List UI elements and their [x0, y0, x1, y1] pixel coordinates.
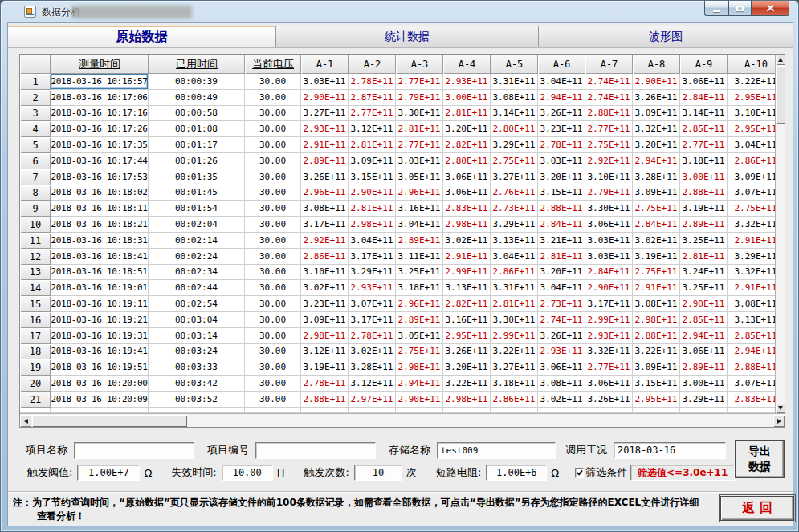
cell-a8[interactable]: 2.91E+11 [633, 280, 680, 296]
cell-a6[interactable]: 3.20E+11 [538, 169, 585, 185]
cell-a4[interactable]: 2.99E+11 [443, 265, 491, 281]
scroll-right-button[interactable] [773, 415, 785, 427]
cell-a4[interactable]: 3.00E+11 [443, 90, 491, 106]
horizontal-scrollbar[interactable] [20, 413, 785, 427]
row-number[interactable]: 12 [20, 249, 51, 265]
cell-a4[interactable]: 2.91E+11 [443, 249, 491, 265]
project-name-input[interactable] [74, 442, 194, 459]
cell-a4[interactable]: 2.98E+11 [443, 392, 491, 408]
cell-voltage[interactable]: 30.00 [245, 74, 301, 90]
cell-a1[interactable]: 3.19E+11 [301, 359, 349, 376]
cell-a1[interactable]: 3.26E+11 [301, 169, 349, 185]
cell-time[interactable]: 2018-03-16 10:19:51 [51, 359, 149, 376]
cell-a8[interactable]: 3.28E+11 [633, 169, 680, 185]
scroll-down-button[interactable] [776, 403, 785, 413]
cell-a1[interactable]: 3.02E+11 [301, 280, 349, 296]
cell-a8[interactable]: 3.20E+11 [633, 137, 680, 153]
cell-a9[interactable]: 2.77E+11 [680, 137, 728, 153]
row-number[interactable]: 13 [20, 265, 51, 281]
cell-a5[interactable]: 3.29E+11 [491, 217, 538, 233]
cell-time[interactable]: 2018-03-16 10:17:06 [51, 90, 149, 106]
cell-a2[interactable]: 2.98E+11 [349, 217, 396, 233]
export-data-button[interactable]: 导出 数据 [735, 440, 785, 478]
cell-time[interactable]: 2018-03-16 10:19:11 [51, 296, 149, 312]
cell-a7[interactable]: 3.17E+11 [585, 296, 633, 312]
cell-a2[interactable]: 2.87E+11 [349, 90, 396, 106]
cell-a2[interactable]: 3.09E+11 [349, 153, 396, 169]
cell-a6[interactable]: 2.84E+11 [538, 217, 585, 233]
row-number[interactable]: 1 [20, 74, 51, 90]
row-number[interactable]: 19 [20, 359, 51, 376]
minimize-button[interactable] [704, 1, 728, 16]
cell-a8[interactable]: 3.08E+11 [633, 296, 680, 312]
cell-a1[interactable]: 2.91E+11 [301, 137, 349, 153]
tab-3[interactable]: 波形图 [539, 26, 793, 47]
cell-voltage[interactable]: 30.00 [245, 217, 301, 233]
cell-a8[interactable]: 3.32E+11 [633, 121, 680, 137]
cell-a8[interactable]: 3.15E+11 [633, 376, 680, 392]
cell-a4[interactable]: 2.82E+11 [443, 296, 491, 312]
corner-header[interactable] [20, 55, 51, 74]
cell-a2[interactable]: 3.12E+11 [349, 121, 396, 137]
cell-a9[interactable]: 3.06E+11 [680, 74, 728, 90]
cell-voltage[interactable]: 30.00 [245, 376, 301, 392]
cell-a5[interactable]: 3.08E+11 [491, 90, 538, 106]
cell-a6[interactable]: 2.74E+11 [538, 312, 585, 328]
failure-time-input[interactable] [222, 465, 273, 481]
cell-voltage[interactable]: 30.00 [245, 280, 301, 296]
cell-a1[interactable]: 2.89E+11 [301, 153, 349, 169]
row-number[interactable]: 4 [20, 121, 51, 137]
cell-time[interactable]: 2018-03-16 10:18:31 [51, 233, 149, 249]
cell-elapsed[interactable]: 00:03:52 [149, 392, 245, 408]
cell-a7[interactable]: 2.74E+11 [585, 74, 633, 90]
cell-a9[interactable]: 3.00E+11 [680, 169, 728, 185]
cell-a6[interactable]: 3.06E+11 [538, 359, 585, 376]
cell-a4[interactable]: 3.22E+11 [443, 376, 491, 392]
col-header[interactable]: A-4 [443, 55, 491, 74]
col-header[interactable]: A-5 [491, 55, 538, 74]
cell-a8[interactable]: 3.09E+11 [633, 106, 680, 122]
col-header[interactable]: 测量时间 [51, 55, 149, 74]
cell-a3[interactable]: 3.05E+11 [396, 169, 443, 185]
cell-a9[interactable]: 2.81E+11 [680, 249, 728, 265]
cell-a7[interactable]: 2.90E+11 [585, 280, 633, 296]
cell-a3[interactable]: 3.18E+11 [396, 280, 443, 296]
cell-a2[interactable]: 2.93E+11 [349, 280, 396, 296]
cell-elapsed[interactable]: 00:02:44 [149, 280, 245, 296]
cell-a6[interactable]: 3.26E+11 [538, 106, 585, 122]
cell-a2[interactable]: 3.02E+11 [349, 344, 396, 360]
cell-time[interactable]: 2018-03-16 10:18:51 [51, 265, 149, 281]
cell-a5[interactable]: 3.22E+11 [491, 344, 538, 360]
vertical-scrollbar[interactable] [775, 55, 785, 413]
cell-a6[interactable]: 3.02E+11 [538, 392, 585, 408]
cell-a3[interactable]: 2.89E+11 [396, 312, 443, 328]
cell-a9[interactable]: 3.25E+11 [680, 280, 728, 296]
cell-a5[interactable]: 3.27E+11 [491, 359, 538, 376]
col-header[interactable]: A-6 [538, 55, 585, 74]
cell-voltage[interactable]: 30.00 [245, 121, 301, 137]
cell-a3[interactable]: 2.77E+11 [396, 74, 443, 90]
row-number[interactable]: 11 [20, 233, 51, 249]
cell-a7[interactable]: 2.77E+11 [585, 121, 633, 137]
row-number[interactable]: 2 [20, 90, 51, 106]
cell-a5[interactable]: 2.86E+11 [491, 392, 538, 408]
cell-a3[interactable]: 3.25E+11 [396, 265, 443, 281]
col-header[interactable]: A-1 [301, 55, 349, 74]
cell-a9[interactable]: 2.88E+11 [680, 185, 728, 201]
cell-a4[interactable]: 2.95E+11 [443, 328, 491, 344]
storage-name-input[interactable] [437, 442, 556, 459]
cell-voltage[interactable]: 30.00 [245, 106, 301, 122]
cell-time[interactable]: 2018-03-16 10:18:21 [51, 217, 149, 233]
row-number[interactable]: 14 [20, 280, 51, 296]
cell-a5[interactable]: 3.29E+11 [491, 137, 538, 153]
cell-voltage[interactable]: 30.00 [245, 265, 301, 281]
cell-time[interactable]: 2018-03-16 10:17:16 [51, 106, 149, 122]
cell-elapsed[interactable]: 00:03:42 [149, 376, 245, 392]
cell-a2[interactable]: 2.81E+11 [349, 201, 396, 217]
row-number[interactable]: 10 [20, 217, 51, 233]
cell-a7[interactable]: 3.06E+11 [585, 376, 633, 392]
cell-a7[interactable]: 3.10E+11 [585, 169, 633, 185]
cell-a3[interactable]: 2.75E+11 [396, 344, 443, 360]
cell-a3[interactable]: 2.96E+11 [396, 296, 443, 312]
cell-a6[interactable]: 2.88E+11 [538, 201, 585, 217]
